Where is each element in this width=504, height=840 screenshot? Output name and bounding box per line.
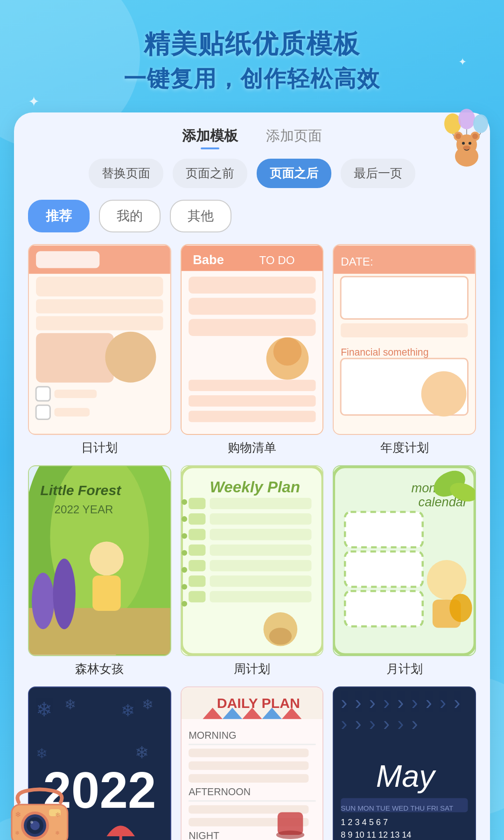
svg-rect-52	[189, 411, 315, 422]
svg-point-107	[450, 594, 472, 623]
svg-rect-34	[36, 316, 163, 330]
svg-point-1	[458, 109, 475, 129]
svg-point-90	[269, 628, 291, 644]
svg-text:SUN MON TUE WED THU FRI SAT: SUN MON TUE WED THU FRI SAT	[341, 804, 453, 812]
svg-text:Little  Forest: Little Forest	[40, 483, 122, 498]
template-weekly-label: 周计划	[234, 661, 270, 677]
svg-text:›: ›	[355, 713, 362, 735]
svg-rect-40	[54, 408, 90, 416]
svg-text:DAILY PLAN: DAILY PLAN	[217, 695, 300, 711]
template-annual-label: 年度计划	[380, 440, 429, 456]
template-weekly[interactable]: Weekly Plan	[181, 465, 324, 677]
svg-text:❄: ❄	[15, 830, 20, 836]
svg-point-49	[273, 337, 301, 366]
svg-rect-80	[210, 529, 311, 540]
svg-text:❄: ❄	[15, 811, 21, 819]
svg-rect-37	[36, 387, 50, 401]
position-last-button[interactable]: 最后一页	[341, 159, 415, 188]
svg-rect-50	[189, 380, 315, 391]
svg-rect-38	[36, 405, 50, 419]
template-shopping[interactable]: Babe TO DO 购物清单	[181, 244, 324, 456]
svg-text:›: ›	[454, 692, 461, 714]
svg-text:❄: ❄	[64, 697, 76, 712]
svg-point-92	[182, 516, 187, 522]
svg-text:AFTERNOON: AFTERNOON	[189, 786, 251, 797]
svg-rect-82	[210, 545, 311, 556]
svg-rect-102	[345, 512, 423, 547]
svg-text:❄: ❄	[55, 811, 61, 819]
svg-text:›: ›	[412, 692, 418, 714]
svg-text:Weekly  Plan: Weekly Plan	[210, 478, 300, 496]
svg-text:❄: ❄	[135, 743, 149, 762]
svg-rect-103	[345, 552, 423, 587]
template-grid: 日计划 Babe TO DO	[28, 244, 476, 840]
svg-text:❄: ❄	[121, 701, 135, 720]
svg-text:DATE:: DATE:	[341, 255, 373, 268]
svg-point-96	[182, 584, 187, 589]
svg-rect-134	[189, 774, 308, 783]
svg-text:NIGHT: NIGHT	[189, 830, 219, 840]
template-dailyplan-thumb: DAILY PLAN MORNING AFTERNOON	[181, 686, 324, 840]
svg-point-94	[182, 550, 187, 556]
tabs-row: 添加模板 添加页面	[28, 126, 476, 149]
svg-rect-87	[189, 591, 205, 602]
svg-rect-86	[210, 575, 311, 587]
camera-decoration: ❄ ❄ ❄ ❄ ❄ ❄	[5, 784, 75, 840]
template-monthly[interactable]: monthly calendar 月计划	[333, 465, 476, 677]
svg-rect-77	[189, 513, 205, 525]
svg-rect-81	[189, 545, 205, 556]
position-after-button[interactable]: 页面之后	[257, 159, 331, 188]
svg-text:›: ›	[398, 692, 404, 714]
svg-text:›: ›	[383, 713, 390, 735]
main-card: 添加模板 添加页面 替换页面 页面之前 页面之后 最后一页 推荐 我的 其他	[14, 112, 490, 840]
template-dailyplan[interactable]: DAILY PLAN MORNING AFTERNOON	[181, 686, 324, 840]
svg-text:1   2   3   4   5   6   7: 1 2 3 4 5 6 7	[341, 818, 388, 827]
svg-rect-104	[345, 591, 423, 627]
svg-point-68	[90, 542, 124, 576]
svg-point-95	[182, 567, 187, 573]
svg-point-97	[182, 601, 187, 607]
svg-rect-47	[189, 319, 315, 336]
template-forest[interactable]: Little Forest 2022 YEAR 森林女孩	[28, 465, 171, 677]
category-mine-button[interactable]: 我的	[99, 200, 161, 232]
svg-text:›: ›	[383, 692, 390, 714]
template-shopping-thumb: Babe TO DO	[181, 244, 324, 435]
svg-text:›: ›	[369, 692, 376, 714]
svg-point-36	[105, 332, 156, 383]
category-other-button[interactable]: 其他	[170, 200, 231, 232]
svg-rect-76	[210, 498, 311, 509]
template-annual[interactable]: DATE: Financial something 年度计划	[333, 244, 476, 456]
tab-add-template[interactable]: 添加模板	[182, 126, 238, 149]
svg-text:MORNING: MORNING	[189, 730, 236, 741]
header-title-line2: 一键复用，创作轻松高效	[19, 64, 485, 94]
svg-text:›: ›	[412, 713, 418, 735]
svg-rect-83	[189, 560, 205, 571]
template-daily[interactable]: 日计划	[28, 244, 171, 456]
template-daily-thumb	[28, 244, 171, 435]
svg-text:›: ›	[440, 692, 446, 714]
svg-rect-88	[210, 591, 311, 602]
position-replace-button[interactable]: 替换页面	[89, 159, 163, 188]
category-recommend-button[interactable]: 推荐	[28, 200, 90, 232]
svg-text:›: ›	[426, 692, 432, 714]
svg-rect-35	[36, 333, 113, 383]
svg-point-10	[455, 133, 461, 139]
svg-rect-39	[54, 390, 97, 398]
svg-text:›: ›	[355, 692, 362, 714]
category-row: 推荐 我的 其他	[28, 200, 476, 232]
template-may[interactable]: › › › › › › › › › › › › › › ›	[333, 686, 476, 840]
svg-point-91	[182, 499, 187, 505]
svg-rect-45	[189, 277, 315, 294]
svg-text:TO DO: TO DO	[259, 254, 294, 266]
svg-rect-33	[36, 299, 163, 313]
svg-point-105	[427, 560, 467, 600]
svg-text:❄: ❄	[36, 746, 48, 761]
template-shopping-label: 购物清单	[228, 440, 276, 456]
position-before-button[interactable]: 页面之前	[173, 159, 247, 188]
svg-point-60	[421, 371, 467, 417]
tab-add-page[interactable]: 添加页面	[266, 126, 322, 149]
template-monthly-thumb: monthly calendar	[333, 465, 476, 656]
template-daily-label: 日计划	[81, 440, 118, 456]
template-weekly-thumb: Weekly Plan	[181, 465, 324, 656]
svg-rect-31	[36, 251, 99, 268]
